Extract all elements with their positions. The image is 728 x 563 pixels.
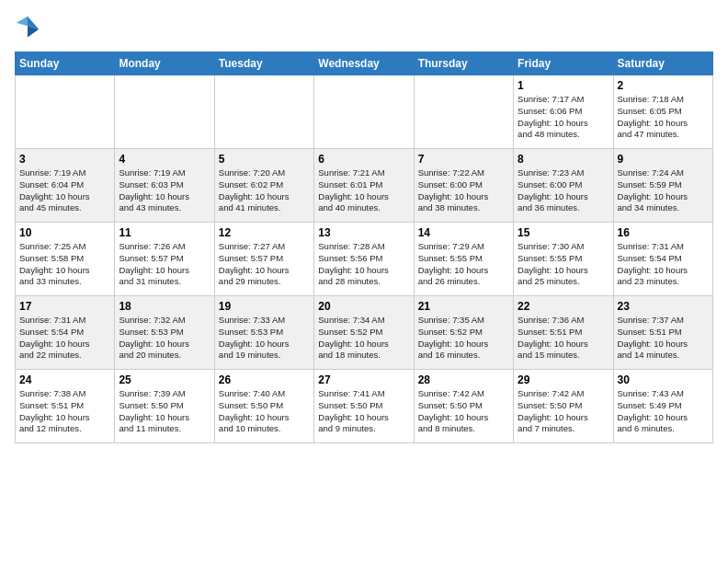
calendar-cell: 26Sunrise: 7:40 AM Sunset: 5:50 PM Dayli… bbox=[214, 370, 313, 443]
calendar-cell: 14Sunrise: 7:29 AM Sunset: 5:55 PM Dayli… bbox=[414, 223, 513, 296]
calendar-cell: 22Sunrise: 7:36 AM Sunset: 5:51 PM Dayli… bbox=[514, 296, 613, 370]
day-number: 24 bbox=[19, 373, 110, 386]
weekday-friday: Friday bbox=[514, 52, 613, 75]
day-info: Sunrise: 7:42 AM Sunset: 5:50 PM Dayligh… bbox=[518, 388, 609, 435]
calendar-cell bbox=[214, 75, 313, 149]
day-number: 18 bbox=[119, 300, 210, 313]
day-info: Sunrise: 7:31 AM Sunset: 5:54 PM Dayligh… bbox=[618, 241, 709, 288]
day-number: 20 bbox=[318, 300, 409, 313]
calendar-cell: 11Sunrise: 7:26 AM Sunset: 5:57 PM Dayli… bbox=[115, 223, 214, 296]
day-number: 2 bbox=[618, 79, 709, 92]
day-info: Sunrise: 7:22 AM Sunset: 6:00 PM Dayligh… bbox=[418, 167, 509, 214]
day-number: 28 bbox=[418, 373, 509, 386]
weekday-wednesday: Wednesday bbox=[314, 52, 414, 75]
day-number: 4 bbox=[119, 153, 210, 166]
day-number: 1 bbox=[518, 79, 609, 92]
day-number: 10 bbox=[19, 226, 110, 239]
calendar-cell: 25Sunrise: 7:39 AM Sunset: 5:50 PM Dayli… bbox=[115, 370, 214, 443]
calendar-cell: 3Sunrise: 7:19 AM Sunset: 6:04 PM Daylig… bbox=[16, 149, 115, 223]
calendar-cell: 1Sunrise: 7:17 AM Sunset: 6:06 PM Daylig… bbox=[514, 75, 613, 149]
day-number: 15 bbox=[518, 226, 609, 239]
calendar-cell: 12Sunrise: 7:27 AM Sunset: 5:57 PM Dayli… bbox=[214, 223, 313, 296]
calendar-body: 1Sunrise: 7:17 AM Sunset: 6:06 PM Daylig… bbox=[16, 75, 713, 443]
calendar-cell: 23Sunrise: 7:37 AM Sunset: 5:51 PM Dayli… bbox=[613, 296, 712, 370]
day-info: Sunrise: 7:31 AM Sunset: 5:54 PM Dayligh… bbox=[19, 315, 110, 362]
day-info: Sunrise: 7:34 AM Sunset: 5:52 PM Dayligh… bbox=[318, 315, 409, 362]
day-info: Sunrise: 7:25 AM Sunset: 5:58 PM Dayligh… bbox=[19, 241, 110, 288]
day-info: Sunrise: 7:18 AM Sunset: 6:05 PM Dayligh… bbox=[618, 94, 709, 141]
day-info: Sunrise: 7:29 AM Sunset: 5:55 PM Dayligh… bbox=[418, 241, 509, 288]
day-info: Sunrise: 7:33 AM Sunset: 5:53 PM Dayligh… bbox=[219, 315, 310, 362]
calendar: SundayMondayTuesdayWednesdayThursdayFrid… bbox=[15, 52, 713, 443]
day-number: 30 bbox=[618, 373, 709, 386]
day-info: Sunrise: 7:21 AM Sunset: 6:01 PM Dayligh… bbox=[318, 167, 409, 214]
day-info: Sunrise: 7:43 AM Sunset: 5:49 PM Dayligh… bbox=[618, 388, 709, 435]
calendar-week-2: 10Sunrise: 7:25 AM Sunset: 5:58 PM Dayli… bbox=[16, 223, 713, 296]
calendar-week-4: 24Sunrise: 7:38 AM Sunset: 5:51 PM Dayli… bbox=[16, 370, 713, 443]
day-number: 21 bbox=[418, 300, 509, 313]
calendar-header: SundayMondayTuesdayWednesdayThursdayFrid… bbox=[16, 52, 713, 75]
calendar-cell: 2Sunrise: 7:18 AM Sunset: 6:05 PM Daylig… bbox=[613, 75, 712, 149]
calendar-cell: 6Sunrise: 7:21 AM Sunset: 6:01 PM Daylig… bbox=[314, 149, 414, 223]
day-info: Sunrise: 7:30 AM Sunset: 5:55 PM Dayligh… bbox=[518, 241, 609, 288]
page: SundayMondayTuesdayWednesdayThursdayFrid… bbox=[0, 0, 728, 453]
day-number: 11 bbox=[119, 226, 210, 239]
calendar-cell: 5Sunrise: 7:20 AM Sunset: 6:02 PM Daylig… bbox=[214, 149, 313, 223]
logo-icon bbox=[15, 15, 40, 40]
calendar-cell: 17Sunrise: 7:31 AM Sunset: 5:54 PM Dayli… bbox=[16, 296, 115, 370]
calendar-week-0: 1Sunrise: 7:17 AM Sunset: 6:06 PM Daylig… bbox=[16, 75, 713, 149]
weekday-header-row: SundayMondayTuesdayWednesdayThursdayFrid… bbox=[16, 52, 713, 75]
calendar-cell: 13Sunrise: 7:28 AM Sunset: 5:56 PM Dayli… bbox=[314, 223, 414, 296]
day-number: 13 bbox=[318, 226, 409, 239]
day-info: Sunrise: 7:17 AM Sunset: 6:06 PM Dayligh… bbox=[518, 94, 609, 141]
day-info: Sunrise: 7:26 AM Sunset: 5:57 PM Dayligh… bbox=[119, 241, 210, 288]
weekday-thursday: Thursday bbox=[414, 52, 513, 75]
day-info: Sunrise: 7:39 AM Sunset: 5:50 PM Dayligh… bbox=[119, 388, 210, 435]
day-number: 3 bbox=[19, 153, 110, 166]
weekday-sunday: Sunday bbox=[16, 52, 115, 75]
calendar-cell: 19Sunrise: 7:33 AM Sunset: 5:53 PM Dayli… bbox=[214, 296, 313, 370]
calendar-cell: 7Sunrise: 7:22 AM Sunset: 6:00 PM Daylig… bbox=[414, 149, 513, 223]
calendar-cell: 8Sunrise: 7:23 AM Sunset: 6:00 PM Daylig… bbox=[514, 149, 613, 223]
day-info: Sunrise: 7:36 AM Sunset: 5:51 PM Dayligh… bbox=[518, 315, 609, 362]
calendar-cell bbox=[414, 75, 513, 149]
weekday-saturday: Saturday bbox=[613, 52, 712, 75]
day-info: Sunrise: 7:40 AM Sunset: 5:50 PM Dayligh… bbox=[219, 388, 310, 435]
calendar-week-3: 17Sunrise: 7:31 AM Sunset: 5:54 PM Dayli… bbox=[16, 296, 713, 370]
calendar-cell: 16Sunrise: 7:31 AM Sunset: 5:54 PM Dayli… bbox=[613, 223, 712, 296]
day-number: 14 bbox=[418, 226, 509, 239]
calendar-cell bbox=[314, 75, 414, 149]
calendar-cell: 9Sunrise: 7:24 AM Sunset: 5:59 PM Daylig… bbox=[613, 149, 712, 223]
day-number: 6 bbox=[318, 153, 409, 166]
svg-marker-2 bbox=[17, 17, 28, 27]
day-number: 7 bbox=[418, 153, 509, 166]
day-number: 16 bbox=[618, 226, 709, 239]
calendar-cell: 10Sunrise: 7:25 AM Sunset: 5:58 PM Dayli… bbox=[16, 223, 115, 296]
day-info: Sunrise: 7:35 AM Sunset: 5:52 PM Dayligh… bbox=[418, 315, 509, 362]
day-info: Sunrise: 7:20 AM Sunset: 6:02 PM Dayligh… bbox=[219, 167, 310, 214]
calendar-cell: 28Sunrise: 7:42 AM Sunset: 5:50 PM Dayli… bbox=[414, 370, 513, 443]
day-info: Sunrise: 7:32 AM Sunset: 5:53 PM Dayligh… bbox=[119, 315, 210, 362]
day-info: Sunrise: 7:19 AM Sunset: 6:03 PM Dayligh… bbox=[119, 167, 210, 214]
calendar-cell: 27Sunrise: 7:41 AM Sunset: 5:50 PM Dayli… bbox=[314, 370, 414, 443]
day-number: 12 bbox=[219, 226, 310, 239]
logo bbox=[15, 15, 44, 40]
calendar-cell: 15Sunrise: 7:30 AM Sunset: 5:55 PM Dayli… bbox=[514, 223, 613, 296]
day-info: Sunrise: 7:28 AM Sunset: 5:56 PM Dayligh… bbox=[318, 241, 409, 288]
calendar-cell: 18Sunrise: 7:32 AM Sunset: 5:53 PM Dayli… bbox=[115, 296, 214, 370]
day-info: Sunrise: 7:38 AM Sunset: 5:51 PM Dayligh… bbox=[19, 388, 110, 435]
day-info: Sunrise: 7:27 AM Sunset: 5:57 PM Dayligh… bbox=[219, 241, 310, 288]
day-number: 5 bbox=[219, 153, 310, 166]
day-number: 23 bbox=[618, 300, 709, 313]
day-number: 8 bbox=[518, 153, 609, 166]
calendar-cell: 4Sunrise: 7:19 AM Sunset: 6:03 PM Daylig… bbox=[115, 149, 214, 223]
day-info: Sunrise: 7:42 AM Sunset: 5:50 PM Dayligh… bbox=[418, 388, 509, 435]
calendar-cell: 21Sunrise: 7:35 AM Sunset: 5:52 PM Dayli… bbox=[414, 296, 513, 370]
calendar-cell: 24Sunrise: 7:38 AM Sunset: 5:51 PM Dayli… bbox=[16, 370, 115, 443]
day-number: 17 bbox=[19, 300, 110, 313]
weekday-tuesday: Tuesday bbox=[214, 52, 313, 75]
day-number: 22 bbox=[518, 300, 609, 313]
day-info: Sunrise: 7:24 AM Sunset: 5:59 PM Dayligh… bbox=[618, 167, 709, 214]
calendar-cell: 30Sunrise: 7:43 AM Sunset: 5:49 PM Dayli… bbox=[613, 370, 712, 443]
day-number: 19 bbox=[219, 300, 310, 313]
